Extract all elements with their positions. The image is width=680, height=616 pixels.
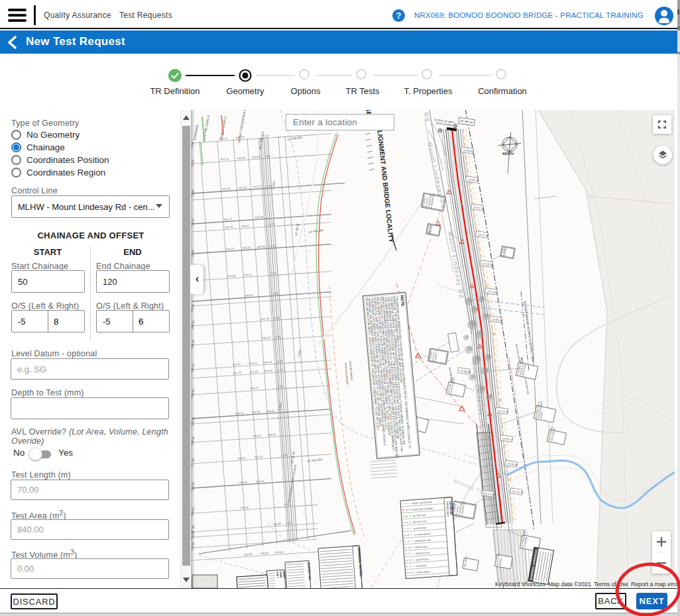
svg-text:944.04: 944.04	[245, 293, 254, 297]
svg-text:943.72: 943.72	[253, 185, 262, 189]
svg-text:941.89: 941.89	[252, 410, 260, 414]
svg-text:948.18: 948.18	[264, 360, 272, 364]
svg-text:946.24: 946.24	[262, 336, 271, 340]
svg-text:UNDE: UNDE	[279, 571, 282, 578]
svg-text:-0.51: -0.51	[270, 271, 277, 275]
svg-text:NORTH: NORTH	[502, 152, 514, 156]
svg-text:942.97: 942.97	[233, 362, 241, 366]
svg-text:941.24: 941.24	[221, 157, 229, 161]
svg-text:945.42: 945.42	[241, 224, 250, 228]
svg-text:947.34: 947.34	[264, 369, 273, 373]
svg-text:WARN: WARN	[282, 571, 286, 579]
svg-text:943.10: 943.10	[249, 361, 258, 365]
svg-text:-1.73: -1.73	[268, 223, 274, 227]
svg-text:947.48: 947.48	[222, 187, 231, 191]
svg-text:945.00: 945.00	[253, 434, 262, 438]
svg-text:942.86: 942.86	[257, 245, 266, 249]
svg-text:-1.01: -1.01	[265, 184, 272, 188]
svg-text:942.69: 942.69	[244, 552, 253, 556]
svg-text:+1.91: +1.91	[269, 244, 276, 248]
svg-text:948.43: 948.43	[256, 480, 264, 484]
svg-text:942.59: 942.59	[252, 155, 260, 159]
svg-text:947.45: 947.45	[239, 185, 247, 189]
svg-text:943.13: 943.13	[235, 411, 244, 415]
svg-text:943.59: 943.59	[239, 480, 248, 484]
svg-text:+1.14: +1.14	[276, 368, 284, 372]
svg-text:941.37: 941.37	[226, 247, 235, 251]
svg-text:944.80: 944.80	[273, 522, 282, 526]
svg-text:-2.05: -2.05	[272, 291, 278, 295]
svg-text:+2.99: +2.99	[276, 360, 283, 364]
svg-text:-2.05: -2.05	[277, 385, 284, 389]
svg-text:948.78: 948.78	[225, 225, 233, 229]
svg-text:-1.38: -1.38	[274, 335, 281, 339]
svg-text:946.11: 946.11	[238, 456, 247, 460]
svg-text:942.22: 942.22	[255, 455, 263, 459]
svg-text:-1.59: -1.59	[281, 453, 288, 457]
svg-text:941.26: 941.26	[261, 317, 270, 321]
svg-text:941.88: 941.88	[250, 370, 258, 374]
svg-text:941.46: 941.46	[241, 505, 249, 509]
svg-text:943.49: 943.49	[275, 550, 284, 554]
svg-text:945.04: 945.04	[237, 156, 246, 160]
svg-text:948.77: 948.77	[251, 386, 259, 390]
svg-text:+0.63: +0.63	[273, 316, 280, 320]
svg-text:+2.62: +2.62	[285, 521, 292, 525]
svg-text:-0.66: -0.66	[264, 154, 270, 158]
svg-text:948.30: 948.30	[268, 433, 276, 436]
svg-text:943.96: 943.96	[227, 274, 236, 278]
svg-text:944.63: 944.63	[266, 409, 275, 413]
svg-text:941.73: 941.73	[233, 371, 242, 375]
svg-text:943.14: 943.14	[244, 273, 253, 277]
svg-text:USE ?: USE ?	[276, 572, 279, 579]
svg-text:946.84: 946.84	[260, 551, 269, 555]
svg-text:943.32: 943.32	[243, 246, 251, 250]
svg-text:941.77: 941.77	[224, 217, 233, 221]
svg-text:947.46: 947.46	[255, 215, 264, 219]
